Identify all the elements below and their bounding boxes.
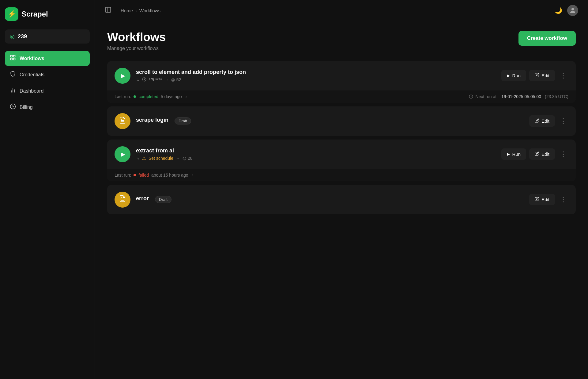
logo-area: ⚡ Scrapel (5, 6, 90, 22)
edit-icon-wf2 (535, 118, 539, 124)
theme-toggle-icon[interactable]: 🌙 (555, 7, 562, 14)
workflow-card-wf4: error Draft Edit ⋮ (107, 185, 576, 214)
workflows-icon (10, 55, 16, 62)
run-button-wf1[interactable]: ▶ Run (501, 70, 526, 81)
footer-left-wf3: Last run: failed about 15 hours ago › (115, 173, 193, 178)
breadcrumb: Home › Workflows (121, 8, 160, 13)
page-content: Workflows Manage your workflows Create w… (95, 21, 588, 379)
sidebar-item-billing-label: Billing (20, 105, 33, 110)
workflow-actions-wf4: Edit ⋮ (529, 193, 568, 206)
draft-badge-wf2: Draft (175, 117, 191, 124)
run-button-wf3[interactable]: ▶ Run (501, 148, 526, 160)
workflow-schedule-wf3[interactable]: Set schedule (149, 156, 173, 161)
workflow-card-wf3: ▶ extract from ai ↳ ⚠ Set schedule → ◎ 2… (107, 140, 576, 181)
workflow-icon-wf4 (115, 192, 130, 208)
topbar: Home › Workflows 🌙 (95, 0, 588, 21)
sidebar: ⚡ Scrapel ◎ 239 Workflows Credentials Da… (0, 0, 95, 379)
next-run-time-wf1: 19-01-2025 05:05:00 (501, 94, 541, 99)
breadcrumb-home[interactable]: Home (121, 8, 133, 13)
last-run-label-wf1: Last run: (115, 94, 131, 99)
steps-icon-wf3: ◎ (183, 156, 186, 161)
footer-chevron-wf1[interactable]: › (186, 94, 187, 99)
workflow-icon-wf2 (115, 113, 130, 129)
main-content: Home › Workflows 🌙 Workflows Manage your… (95, 0, 588, 379)
edit-button-wf1[interactable]: Edit (529, 70, 555, 81)
doc-icon-wf4 (119, 195, 126, 204)
play-icon-wf3: ▶ (121, 151, 125, 158)
workflow-play-button-wf3[interactable]: ▶ (115, 146, 130, 162)
credits-value: 239 (18, 33, 27, 40)
more-button-wf3[interactable]: ⋮ (558, 148, 568, 161)
meta-arrow-wf3: ↳ (136, 156, 140, 161)
sidebar-toggle-icon[interactable] (105, 6, 111, 15)
create-workflow-button[interactable]: Create workflow (518, 31, 576, 46)
run-icon-wf3: ▶ (507, 152, 510, 156)
workflow-meta-wf3: ↳ ⚠ Set schedule → ◎ 28 (136, 156, 496, 161)
edit-icon-wf3 (535, 151, 539, 157)
billing-icon (10, 103, 16, 111)
play-icon-wf1: ▶ (121, 72, 125, 79)
sidebar-item-dashboard[interactable]: Dashboard (5, 83, 90, 98)
status-dot-wf1 (134, 95, 136, 98)
draft-badge-wf4: Draft (155, 196, 172, 203)
workflow-name-wf1: scroll to element and add property to js… (136, 69, 496, 75)
edit-button-wf3[interactable]: Edit (529, 148, 555, 160)
next-run-label-wf1: Next run at: (476, 94, 498, 99)
workflow-name-wf4: error (136, 195, 149, 202)
svg-point-6 (571, 8, 574, 10)
edit-button-wf2[interactable]: Edit (529, 115, 555, 127)
workflow-steps-wf3: 28 (188, 156, 193, 161)
meta-arrow2-wf3: → (176, 156, 180, 161)
user-avatar[interactable] (567, 5, 578, 16)
next-run-tz-wf1: (23:35 UTC) (545, 94, 568, 99)
workflow-footer-wf1: Last run: completed 5 days ago › Next ru… (107, 90, 576, 103)
footer-right-wf1: Next run at: 19-01-2025 05:05:00 (23:35 … (469, 94, 568, 99)
doc-icon-wf2 (119, 117, 126, 126)
page-title-area: Workflows Manage your workflows (107, 31, 166, 51)
warning-icon-wf3: ⚠ (142, 156, 146, 161)
workflow-card-wf1: ▶ scroll to element and add property to … (107, 61, 576, 103)
workflow-steps-area-wf1: ◎ 52 (171, 77, 181, 82)
logo-icon: ⚡ (5, 7, 18, 21)
sidebar-item-workflows[interactable]: Workflows (5, 51, 90, 66)
more-button-wf4[interactable]: ⋮ (558, 193, 568, 206)
steps-icon-wf1: ◎ (171, 77, 175, 82)
workflow-card-main-wf2: scrape login Draft Edit ⋮ (107, 106, 576, 136)
workflow-footer-wf3: Last run: failed about 15 hours ago › (107, 169, 576, 181)
sidebar-item-billing[interactable]: Billing (5, 100, 90, 115)
more-button-wf1[interactable]: ⋮ (558, 69, 568, 82)
workflow-info-wf2: scrape login Draft (136, 117, 524, 125)
workflow-steps-area-wf3: ◎ 28 (183, 156, 193, 161)
workflow-card-main-wf1: ▶ scroll to element and add property to … (107, 61, 576, 90)
workflow-name-wf3: extract from ai (136, 147, 496, 154)
meta-arrow2-wf1: → (164, 77, 169, 82)
workflow-actions-wf1: ▶ Run Edit ⋮ (501, 69, 568, 82)
edit-button-wf4[interactable]: Edit (529, 194, 555, 205)
workflow-play-button-wf1[interactable]: ▶ (115, 68, 130, 84)
sidebar-item-workflows-label: Workflows (20, 56, 44, 61)
dashboard-icon (10, 87, 16, 95)
credits-box[interactable]: ◎ 239 (5, 29, 90, 44)
footer-left-wf1: Last run: completed 5 days ago › (115, 94, 187, 99)
sidebar-nav: Workflows Credentials Dashboard Billing (5, 51, 90, 116)
edit-icon-wf4 (535, 197, 539, 202)
last-run-time-wf1: 5 days ago (161, 94, 182, 99)
sidebar-item-credentials-label: Credentials (20, 72, 44, 78)
workflow-name-wf2: scrape login (136, 117, 168, 123)
topbar-right: 🌙 (555, 5, 578, 16)
workflow-info-wf3: extract from ai ↳ ⚠ Set schedule → ◎ 28 (136, 147, 496, 161)
run-icon-wf1: ▶ (507, 73, 510, 78)
workflow-actions-wf2: Edit ⋮ (529, 115, 568, 128)
more-button-wf2[interactable]: ⋮ (558, 115, 568, 128)
status-text-wf3: failed (138, 173, 149, 178)
page-title: Workflows (107, 31, 166, 44)
sidebar-item-credentials[interactable]: Credentials (5, 67, 90, 82)
last-run-time-wf3: about 15 hours ago (151, 173, 188, 178)
sidebar-item-dashboard-label: Dashboard (20, 88, 43, 94)
breadcrumb-separator: › (135, 8, 137, 13)
logo-text: Scrapel (21, 10, 48, 18)
breadcrumb-current: Workflows (139, 8, 160, 13)
footer-chevron-wf3[interactable]: › (192, 173, 194, 178)
workflow-card-main-wf4: error Draft Edit ⋮ (107, 185, 576, 214)
workflow-steps-wf1: 52 (176, 77, 181, 82)
